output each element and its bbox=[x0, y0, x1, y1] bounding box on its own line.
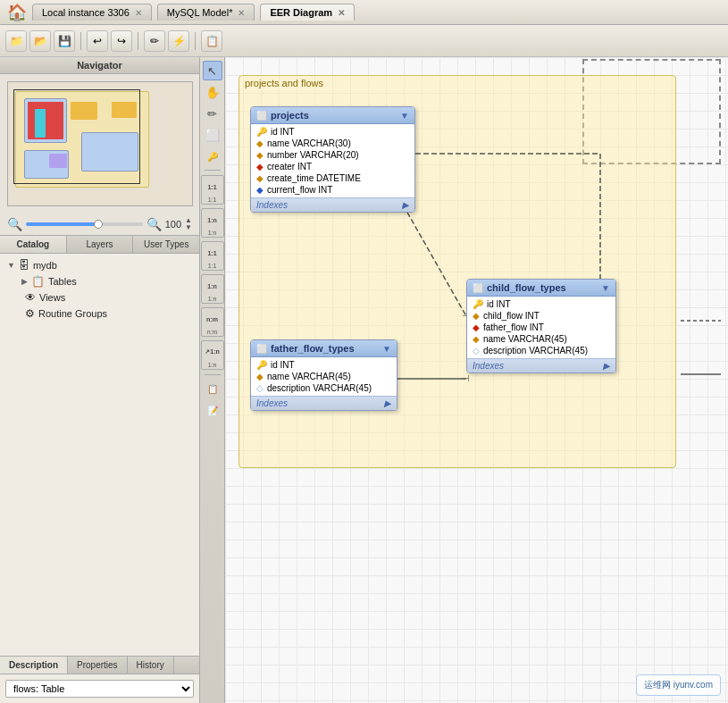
zoom-slider[interactable] bbox=[26, 222, 143, 226]
edit-button[interactable]: ✏ bbox=[144, 30, 165, 52]
field-row: ◆ current_flow INT bbox=[251, 184, 414, 196]
table-child-icon: ⬜ bbox=[473, 283, 483, 293]
tab-eer-close[interactable]: ✕ bbox=[338, 8, 345, 18]
rel-1n2-tool[interactable]: 1:n bbox=[203, 276, 222, 296]
table-projects-body: 🔑 id INT ◆ name VARCHAR(30) ◆ number VAR… bbox=[251, 124, 414, 197]
description-area: flows: Table bbox=[0, 674, 199, 703]
table-projects-footer[interactable]: Indexes ▶ bbox=[251, 197, 414, 212]
expand-icon-mydb: ▼ bbox=[7, 261, 15, 270]
table-father-arrow[interactable]: ▼ bbox=[382, 344, 391, 354]
field-row: 🔑 id INT bbox=[467, 298, 615, 310]
left-panel: Navigator bbox=[0, 57, 200, 703]
watermark-prefix: 运维网 bbox=[644, 680, 671, 690]
undo-button[interactable]: ↩ bbox=[87, 30, 108, 52]
zoom-stepper[interactable]: ▲ ▼ bbox=[185, 217, 192, 231]
hand-tool[interactable]: ✋ bbox=[203, 82, 222, 102]
tree-item-routine-groups[interactable]: ⚙ Routine Groups bbox=[18, 305, 196, 322]
table-father-header: ⬜ father_flow_types ▼ bbox=[251, 340, 397, 357]
toolbar-sep-3 bbox=[195, 32, 196, 50]
tab-local-close[interactable]: ✕ bbox=[135, 8, 142, 18]
tab-mysql-close[interactable]: ✕ bbox=[238, 8, 245, 18]
field-name: description VARCHAR(45) bbox=[267, 383, 372, 393]
watermark-text: iyunv.com bbox=[674, 680, 713, 690]
execute-button[interactable]: ⚡ bbox=[168, 30, 189, 52]
new-button[interactable]: 📁 bbox=[5, 30, 27, 52]
bottom-tabs: Description Properties History bbox=[0, 656, 199, 674]
views-icon: 👁 bbox=[25, 291, 36, 304]
tab-local-instance[interactable]: Local instance 3306 ✕ bbox=[32, 4, 152, 21]
table-projects-icon: ⬜ bbox=[256, 111, 267, 121]
field-row: ◆ name VARCHAR(30) bbox=[251, 138, 414, 149]
title-bar: 🏠 Local instance 3306 ✕ MySQL Model* ✕ E… bbox=[0, 0, 728, 25]
field-row: ◆ number VARCHAR(20) bbox=[251, 149, 414, 161]
diamond-icon: ◆ bbox=[256, 185, 264, 195]
table-child-title: child_flow_types bbox=[487, 282, 566, 293]
diamond-icon: ◇ bbox=[256, 383, 264, 393]
db-icon: 🗄 bbox=[19, 259, 29, 272]
table-projects-arrow[interactable]: ▼ bbox=[400, 111, 409, 121]
table-child-body: 🔑 id INT ◆ child_flow INT ◆ father_flow … bbox=[467, 297, 615, 358]
tab-description[interactable]: Description bbox=[0, 657, 68, 674]
tab-properties[interactable]: Properties bbox=[68, 657, 128, 674]
rel-nm-tool[interactable]: n:m bbox=[203, 309, 222, 329]
table-child-arrow[interactable]: ▼ bbox=[601, 283, 610, 293]
main-toolbar: 📁 📂 💾 ↩ ↪ ✏ ⚡ 📋 bbox=[0, 25, 728, 57]
field-name: id INT bbox=[271, 127, 295, 137]
select-tool[interactable]: ↖ bbox=[203, 61, 222, 80]
tool-sep-1 bbox=[205, 170, 221, 171]
zoom-out-button[interactable]: 🔍 bbox=[7, 217, 22, 231]
tool-group-rel-1n2: 1:n 1:n bbox=[201, 274, 224, 304]
subtab-layers[interactable]: Layers bbox=[67, 236, 134, 253]
field-row: 🔑 id INT bbox=[251, 126, 414, 138]
diamond-icon: ◆ bbox=[473, 322, 480, 332]
zoom-in-button[interactable]: 🔍 bbox=[146, 217, 162, 231]
table-projects-title: projects bbox=[271, 110, 309, 121]
expand-icon-tables: ▶ bbox=[21, 277, 28, 286]
field-row: ◆ name VARCHAR(45) bbox=[251, 371, 397, 382]
table-projects[interactable]: ⬜ projects ▼ 🔑 id INT ◆ name VARCHAR(30) bbox=[250, 106, 415, 213]
table-child-footer[interactable]: Indexes ▶ bbox=[467, 358, 615, 372]
pencil-tool[interactable]: ✏ bbox=[203, 104, 222, 123]
subtab-catalog[interactable]: Catalog bbox=[0, 236, 67, 253]
layer-tool[interactable]: 📋 bbox=[203, 379, 222, 398]
layer-label: projects and flows bbox=[239, 76, 675, 90]
open-button[interactable]: 📂 bbox=[29, 30, 51, 52]
field-name: description VARCHAR(45) bbox=[483, 346, 588, 356]
diagram-panel: ↖ ✋ ✏ ⬜ 🔑 1:1 1:1 1:n 1:n 1:1 1:1 1:n 1:… bbox=[200, 57, 728, 703]
table-child-flow-types[interactable]: ⬜ child_flow_types ▼ 🔑 id INT ◆ child_fl… bbox=[466, 279, 616, 373]
tab-eer-diagram[interactable]: EER Diagram ✕ bbox=[260, 4, 355, 21]
tree-label-mydb: mydb bbox=[33, 260, 57, 271]
description-select[interactable]: flows: Table bbox=[5, 680, 194, 698]
note-tool[interactable]: 📝 bbox=[203, 400, 222, 420]
rel-1n3-tool[interactable]: ↗1:n bbox=[203, 342, 222, 362]
tree-item-mydb[interactable]: ▼ 🗄 mydb bbox=[4, 257, 196, 273]
save-button[interactable]: 💾 bbox=[54, 30, 75, 52]
diamond-icon: ◆ bbox=[256, 150, 264, 160]
diamond-icon: ◆ bbox=[256, 173, 264, 183]
table-child-header: ⬜ child_flow_types ▼ bbox=[467, 280, 615, 297]
rel-11-tool[interactable]: 1:1 bbox=[203, 243, 222, 263]
tab-mysql-model[interactable]: MySQL Model* ✕ bbox=[157, 4, 255, 21]
rect-tool[interactable]: ⬜ bbox=[203, 125, 222, 145]
diagram-canvas[interactable]: projects and flows ⊣ ⊣ ⊢ ⊢ bbox=[225, 57, 728, 703]
redo-button[interactable]: ↪ bbox=[111, 30, 132, 52]
table-father-flow-types[interactable]: ⬜ father_flow_types ▼ 🔑 id INT ◆ name VA… bbox=[250, 339, 397, 411]
tree-item-tables[interactable]: ▶ 📋 Tables bbox=[18, 273, 196, 289]
field-name: create_time DATETIME bbox=[267, 173, 361, 183]
field-row: ◇ description VARCHAR(45) bbox=[467, 345, 615, 356]
table-father-footer[interactable]: Indexes ▶ bbox=[251, 396, 397, 410]
navigator-canvas[interactable] bbox=[7, 81, 193, 206]
tab-history[interactable]: History bbox=[128, 657, 174, 674]
copy-button[interactable]: 📋 bbox=[201, 30, 222, 52]
zoom-controls: 🔍 🔍 100 ▲ ▼ bbox=[0, 213, 199, 236]
key-tool[interactable]: 🔑 bbox=[203, 146, 222, 166]
diamond-icon: ◆ bbox=[256, 162, 264, 172]
field-name: father_flow INT bbox=[483, 322, 544, 332]
table-father-body: 🔑 id INT ◆ name VARCHAR(45) ◇ descriptio… bbox=[251, 357, 397, 396]
field-name: name VARCHAR(45) bbox=[483, 334, 567, 344]
tree-item-views[interactable]: 👁 Views bbox=[18, 289, 196, 305]
field-name: number VARCHAR(20) bbox=[267, 150, 359, 160]
subtab-user-types[interactable]: User Types bbox=[133, 236, 199, 253]
rel-1-1-tool[interactable]: 1:1 bbox=[203, 177, 222, 197]
rel-1-n-tool[interactable]: 1:n bbox=[203, 210, 222, 230]
